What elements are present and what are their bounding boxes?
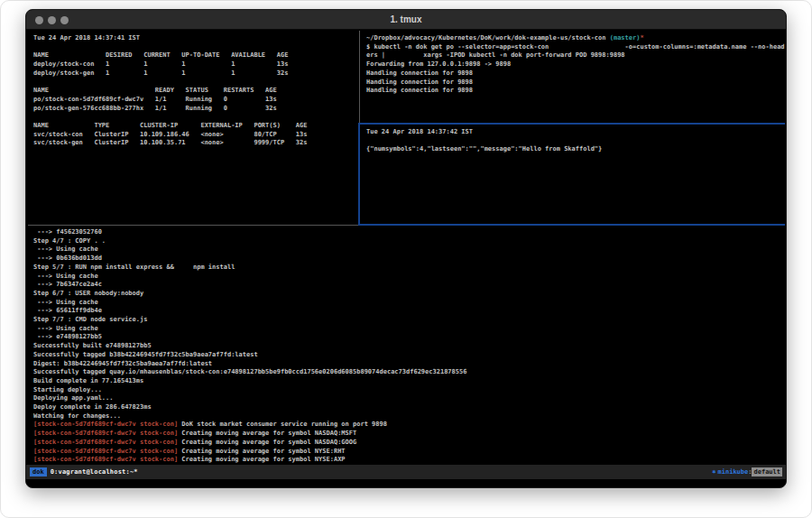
kube-namespace-label: default <box>752 467 782 476</box>
terminal-window: 1. tmux Tue 24 Apr 2018 14:37:41 IST NAM… <box>25 9 787 488</box>
pane-divider-horizontal-active-bottom[interactable] <box>358 224 785 226</box>
tmux-pane-skaffold-build-log[interactable]: ---> f45623052760Step 4/7 : COPY . . ---… <box>33 228 786 465</box>
pane-divider-vertical-active[interactable] <box>358 123 360 226</box>
tmux-pane-port-forward[interactable]: ~/Dropbox/advocacy/Kubernetes/DoK/work/d… <box>366 34 786 121</box>
pane-divider-vertical-gray[interactable] <box>359 31 360 123</box>
kubernetes-helm-icon: ⎈ <box>712 468 715 476</box>
tmux-pane-kubectl-watch[interactable]: Tue 24 Apr 2018 14:37:41 IST NAME DESIRE… <box>33 34 356 222</box>
window-title: 1. tmux <box>26 14 786 24</box>
kube-context-label: minikube <box>718 468 749 476</box>
tmux-status-bar: dok 0:vagrant@localhost:~* ⎈ minikube : … <box>26 465 786 479</box>
pane-divider-horizontal-active-top[interactable] <box>358 123 785 125</box>
tmux-window-label[interactable]: 0:vagrant@localhost:~* <box>51 468 138 476</box>
tmux-pane-curl-output[interactable]: Tue 24 Apr 2018 14:37:42 IST {"numsymbol… <box>366 128 786 222</box>
tmux-session-name[interactable]: dok <box>30 467 47 476</box>
window-titlebar[interactable]: 1. tmux <box>26 10 786 30</box>
pane-divider-horizontal-gray[interactable] <box>28 225 358 226</box>
